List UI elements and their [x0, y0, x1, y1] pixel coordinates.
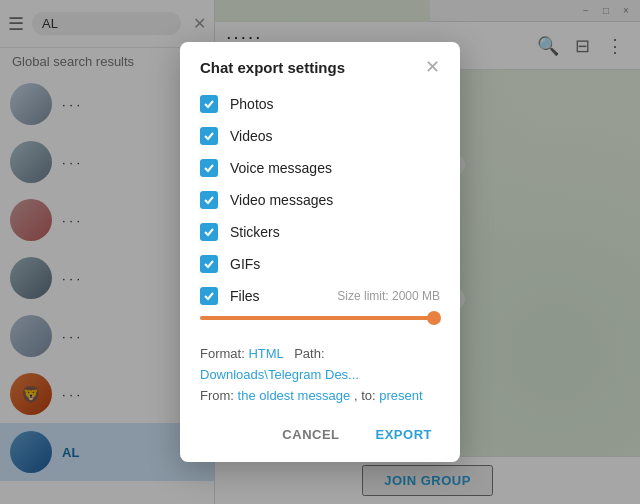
voice-checkbox-row[interactable]: Voice messages: [200, 152, 440, 184]
videos-checkbox[interactable]: [200, 127, 218, 145]
photos-checkbox-row[interactable]: Photos: [200, 88, 440, 120]
size-slider-container: [200, 312, 440, 328]
dialog-title: Chat export settings: [200, 59, 345, 76]
to-label: , to:: [354, 388, 379, 403]
stickers-checkbox-row[interactable]: Stickers: [200, 216, 440, 248]
export-button[interactable]: EXPORT: [360, 419, 448, 450]
photos-label: Photos: [230, 96, 440, 112]
videomsg-checkbox[interactable]: [200, 191, 218, 209]
photos-checkbox[interactable]: [200, 95, 218, 113]
app-container: ☰ AL ✕ Global search results · · · · · ·: [0, 0, 640, 504]
videomsg-checkbox-row[interactable]: Video messages: [200, 184, 440, 216]
slider-track: [200, 316, 440, 320]
size-limit-label: Size limit: 2000 MB: [337, 289, 440, 303]
files-checkbox-row[interactable]: Files Size limit: 2000 MB: [200, 280, 440, 312]
dialog-overlay: Chat export settings ✕ Photos: [0, 0, 640, 504]
chat-export-dialog: Chat export settings ✕ Photos: [180, 42, 460, 461]
slider-thumb[interactable]: [427, 311, 441, 325]
from-label: From:: [200, 388, 234, 403]
gifs-label: GIFs: [230, 256, 440, 272]
format-line: Format: HTML Path: Downloads\Telegram De…: [200, 344, 440, 386]
dialog-body: Photos Videos Voice messages: [180, 88, 460, 336]
format-value[interactable]: HTML: [248, 346, 283, 361]
from-value[interactable]: the oldest message: [238, 388, 351, 403]
gifs-checkbox-row[interactable]: GIFs: [200, 248, 440, 280]
path-value[interactable]: Downloads\Telegram Des...: [200, 367, 359, 382]
to-value[interactable]: present: [379, 388, 422, 403]
slider-fill: [200, 316, 440, 320]
stickers-label: Stickers: [230, 224, 440, 240]
voice-checkbox[interactable]: [200, 159, 218, 177]
cancel-button[interactable]: CANCEL: [266, 419, 355, 450]
dialog-info: Format: HTML Path: Downloads\Telegram De…: [180, 336, 460, 410]
path-label: Path:: [294, 346, 324, 361]
voice-label: Voice messages: [230, 160, 440, 176]
stickers-checkbox[interactable]: [200, 223, 218, 241]
dialog-close-icon[interactable]: ✕: [425, 58, 440, 76]
videos-label: Videos: [230, 128, 440, 144]
videos-checkbox-row[interactable]: Videos: [200, 120, 440, 152]
files-label: Files: [230, 288, 325, 304]
files-checkbox[interactable]: [200, 287, 218, 305]
dialog-actions: CANCEL EXPORT: [180, 411, 460, 462]
dialog-header: Chat export settings ✕: [180, 42, 460, 88]
format-label: Format:: [200, 346, 245, 361]
from-line: From: the oldest message , to: present: [200, 386, 440, 407]
gifs-checkbox[interactable]: [200, 255, 218, 273]
videomsg-label: Video messages: [230, 192, 440, 208]
